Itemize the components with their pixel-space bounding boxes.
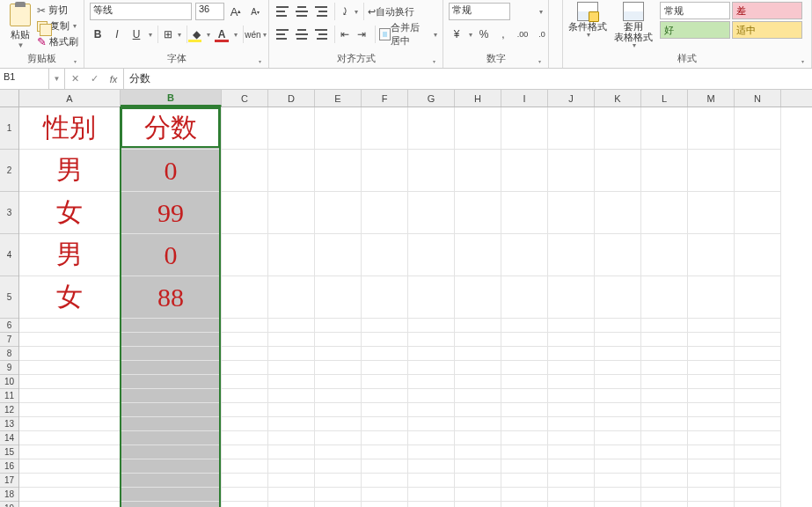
cell-F13[interactable] <box>362 417 408 431</box>
cell-E3[interactable] <box>315 192 362 234</box>
cell-E14[interactable] <box>315 431 362 445</box>
cell-E6[interactable] <box>315 319 362 333</box>
row-header-2[interactable]: 2 <box>0 150 18 192</box>
cell-N10[interactable] <box>735 375 781 389</box>
cell-H17[interactable] <box>455 474 501 488</box>
cell-G15[interactable] <box>408 445 455 459</box>
cell-I2[interactable] <box>501 150 548 192</box>
cell-C9[interactable] <box>222 361 268 375</box>
row-header-11[interactable]: 11 <box>0 389 18 403</box>
cell-H16[interactable] <box>455 459 501 474</box>
row-header-17[interactable]: 17 <box>0 474 18 488</box>
cell-F6[interactable] <box>362 319 408 333</box>
cell-G19[interactable] <box>408 502 455 507</box>
row-header-13[interactable]: 13 <box>0 417 18 431</box>
cell-F16[interactable] <box>362 459 408 474</box>
cell-H14[interactable] <box>455 431 501 445</box>
cell-G13[interactable] <box>408 417 455 431</box>
row-header-10[interactable]: 10 <box>0 375 18 389</box>
cell-C14[interactable] <box>222 431 268 445</box>
fx-button[interactable]: fx <box>104 69 123 89</box>
cell-M2[interactable] <box>688 150 735 192</box>
cell-I5[interactable] <box>501 276 548 319</box>
cell-D19[interactable] <box>268 502 315 507</box>
cell-B16[interactable] <box>121 459 222 474</box>
cell-G9[interactable] <box>408 361 455 375</box>
cell-N14[interactable] <box>735 431 781 445</box>
column-header-F[interactable]: F <box>362 90 408 107</box>
cell-M6[interactable] <box>688 319 735 333</box>
format-as-table-button[interactable]: 套用 表格格式 ▾ <box>614 2 653 50</box>
column-header-J[interactable]: J <box>548 90 595 107</box>
row-header-15[interactable]: 15 <box>0 445 18 459</box>
cell-K10[interactable] <box>595 375 641 389</box>
cell-N16[interactable] <box>735 459 781 474</box>
cell-L6[interactable] <box>641 319 688 333</box>
cell-N12[interactable] <box>735 403 781 417</box>
cell-J4[interactable] <box>548 234 595 276</box>
font-color-button[interactable]: A <box>214 26 230 43</box>
cell-C19[interactable] <box>222 502 268 507</box>
wrap-text-button[interactable]: ↩ 自动换行 <box>363 3 414 20</box>
cell-N6[interactable] <box>735 319 781 333</box>
cell-E7[interactable] <box>315 333 362 347</box>
cell-M5[interactable] <box>688 276 735 319</box>
cell-N2[interactable] <box>735 150 781 192</box>
cell-J5[interactable] <box>548 276 595 319</box>
cell-H4[interactable] <box>455 234 501 276</box>
cell-D16[interactable] <box>268 459 315 474</box>
cell-I12[interactable] <box>501 403 548 417</box>
cell-A11[interactable] <box>19 389 121 403</box>
cell-K5[interactable] <box>595 276 641 319</box>
cell-K12[interactable] <box>595 403 641 417</box>
cell-E12[interactable] <box>315 403 362 417</box>
cell-G2[interactable] <box>408 150 455 192</box>
cell-J15[interactable] <box>548 445 595 459</box>
cell-N9[interactable] <box>735 361 781 375</box>
cell-N3[interactable] <box>735 192 781 234</box>
cell-E18[interactable] <box>315 488 362 502</box>
cell-C6[interactable] <box>222 319 268 333</box>
cell-B7[interactable] <box>121 333 222 347</box>
cell-K3[interactable] <box>595 192 641 234</box>
cell-C7[interactable] <box>222 333 268 347</box>
cell-B19[interactable] <box>121 502 222 507</box>
cell-G10[interactable] <box>408 375 455 389</box>
cell-D17[interactable] <box>268 474 315 488</box>
orientation-button[interactable]: ⤸ <box>334 3 350 20</box>
cell-G11[interactable] <box>408 389 455 403</box>
cell-G12[interactable] <box>408 403 455 417</box>
cell-K13[interactable] <box>595 417 641 431</box>
cell-C11[interactable] <box>222 389 268 403</box>
cell-A3[interactable]: 女 <box>19 192 121 234</box>
cell-H2[interactable] <box>455 150 501 192</box>
cell-I8[interactable] <box>501 347 548 361</box>
cell-K7[interactable] <box>595 333 641 347</box>
format-painter-button[interactable]: ✎格式刷 <box>37 35 78 48</box>
cell-A13[interactable] <box>19 417 121 431</box>
row-header-12[interactable]: 12 <box>0 403 18 417</box>
cell-J16[interactable] <box>548 459 595 474</box>
percent-button[interactable]: % <box>476 26 492 43</box>
cell-A18[interactable] <box>19 488 121 502</box>
cell-L12[interactable] <box>641 403 688 417</box>
cell-I13[interactable] <box>501 417 548 431</box>
cell-F4[interactable] <box>362 234 408 276</box>
row-header-19[interactable]: 19 <box>0 502 18 507</box>
cell-E4[interactable] <box>315 234 362 276</box>
align-top-button[interactable] <box>274 3 290 20</box>
cell-A10[interactable] <box>19 375 121 389</box>
name-box-dropdown[interactable]: ▼ <box>49 69 65 89</box>
cell-K4[interactable] <box>595 234 641 276</box>
cell-B6[interactable] <box>121 319 222 333</box>
cell-E2[interactable] <box>315 150 362 192</box>
cell-B8[interactable] <box>121 347 222 361</box>
increase-decimal-button[interactable]: .00 <box>515 26 530 43</box>
cell-D15[interactable] <box>268 445 315 459</box>
cell-I9[interactable] <box>501 361 548 375</box>
cell-M14[interactable] <box>688 431 735 445</box>
conditional-format-button[interactable]: 条件格式 ▾ <box>568 2 607 40</box>
cell-H15[interactable] <box>455 445 501 459</box>
cell-I7[interactable] <box>501 333 548 347</box>
row-header-16[interactable]: 16 <box>0 459 18 474</box>
